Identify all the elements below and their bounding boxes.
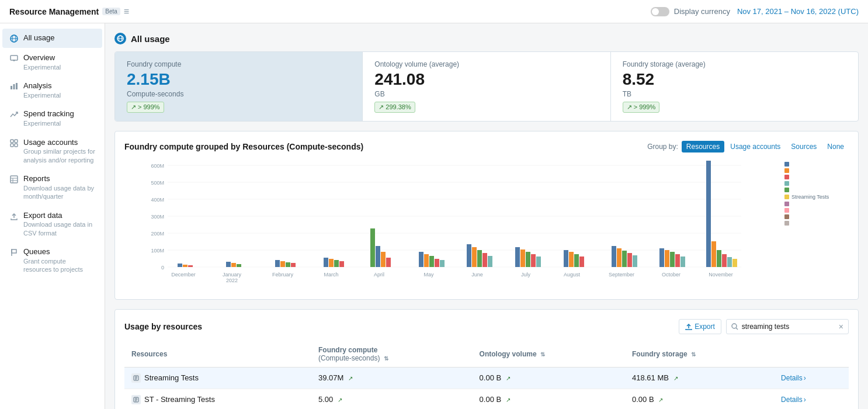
- table-head: Resources Foundry compute (Compute-secon…: [124, 341, 849, 368]
- svg-rect-55: [424, 254, 429, 267]
- sidebar-item-reports[interactable]: Reports Download usage data by month/qua…: [2, 169, 102, 205]
- group-by-sources[interactable]: Sources: [786, 141, 821, 152]
- resource-icon-streaming: [131, 373, 141, 383]
- sidebar-text-all-usage: All usage: [23, 33, 54, 43]
- svg-text:300M: 300M: [151, 214, 164, 220]
- table-row: ST - Streaming Tests 5.00 ↗ 0.00 B ↗: [124, 389, 849, 409]
- trend-icon-storage-2: ↗: [658, 397, 663, 403]
- export-button[interactable]: Export: [679, 319, 721, 334]
- svg-rect-11: [11, 144, 13, 147]
- currency-toggle-switch[interactable]: [651, 7, 669, 16]
- col-header-foundry-storage: Foundry storage ⇅: [625, 341, 774, 368]
- svg-text:600M: 600M: [151, 163, 164, 169]
- sidebar-label-reports: Reports: [23, 174, 95, 184]
- svg-text:500M: 500M: [151, 180, 164, 186]
- sidebar-item-usage-accounts[interactable]: Usage accounts Group similar projects fo…: [2, 133, 102, 169]
- svg-rect-53: [386, 258, 391, 267]
- table-title: Usage by resources: [124, 322, 202, 331]
- group-by-resources[interactable]: Resources: [682, 141, 724, 152]
- sidebar-item-all-usage[interactable]: All usage: [2, 29, 102, 48]
- date-range[interactable]: Nov 17, 2021 – Nov 16, 2022 (UTC): [737, 7, 859, 16]
- details-link-streaming[interactable]: Details ›: [781, 374, 842, 382]
- legend-item-7: [784, 202, 849, 206]
- sidebar-text-export-data: Export data Download usage data in CSV f…: [23, 211, 95, 237]
- svg-text:August: August: [564, 272, 581, 278]
- legend-color-9: [784, 214, 789, 219]
- col-header-ontology-volume: Ontology volume ⇅: [473, 341, 625, 368]
- legend-color-streaming: [784, 195, 789, 199]
- group-by-none[interactable]: None: [822, 141, 849, 152]
- svg-text:July: July: [521, 272, 531, 278]
- legend-item-9: [784, 214, 849, 219]
- legend-item-4: [784, 181, 849, 186]
- search-icon: [731, 323, 738, 330]
- table-header: Usage by resources Export ×: [124, 319, 849, 334]
- sort-foundry-compute[interactable]: ⇅: [384, 355, 388, 362]
- col-header-actions: [774, 341, 849, 368]
- group-by-usage-accounts[interactable]: Usage accounts: [725, 141, 785, 152]
- svg-rect-10: [15, 140, 18, 143]
- app-title: Resource Management: [9, 7, 99, 16]
- legend-color-7: [784, 202, 789, 206]
- legend-item-2: [784, 168, 849, 173]
- svg-rect-43: [280, 261, 285, 267]
- search-input[interactable]: [742, 323, 835, 331]
- legend-item-3: [784, 175, 849, 179]
- svg-rect-59: [467, 244, 471, 267]
- ontology-cell-st: 0.00 B ↗: [473, 389, 625, 409]
- sidebar-item-queues[interactable]: Queues Grant compute resources to projec…: [2, 242, 102, 278]
- sidebar-label-analysis: Analysis: [23, 81, 61, 91]
- svg-rect-75: [622, 251, 627, 267]
- svg-rect-81: [675, 254, 680, 267]
- svg-text:June: June: [471, 272, 483, 278]
- col-header-foundry-compute: Foundry compute (Compute-seconds) ⇅: [311, 341, 473, 368]
- svg-rect-13: [11, 176, 18, 183]
- chevron-right-icon-2: ›: [804, 396, 806, 404]
- svg-rect-50: [370, 228, 375, 267]
- svg-rect-72: [579, 257, 584, 267]
- svg-rect-64: [515, 247, 520, 267]
- resource-name-st: ST - Streaming Tests: [144, 395, 215, 404]
- trend-icon-compute-2: ↗: [338, 397, 342, 403]
- chart-inner: 600M 500M 400M 300M 200M 100M 0: [124, 160, 780, 290]
- svg-rect-7: [13, 84, 15, 89]
- menu-icon[interactable]: ≡: [124, 6, 129, 17]
- section-globe-icon: [114, 33, 126, 44]
- chart-legend: Streaming Tests: [784, 160, 849, 290]
- svg-text:2022: 2022: [226, 278, 238, 283]
- sidebar-label-overview: Overview: [23, 53, 61, 63]
- search-clear-icon[interactable]: ×: [839, 322, 843, 331]
- stat-value-foundry-compute: 2.15B: [127, 71, 350, 89]
- sort-ontology-volume[interactable]: ⇅: [540, 351, 545, 358]
- sort-foundry-storage[interactable]: ⇅: [691, 351, 696, 358]
- beta-badge: Beta: [102, 8, 120, 15]
- stat-unit-ontology-volume: GB: [374, 90, 598, 98]
- legend-item-streaming-tests: Streaming Tests: [784, 194, 849, 200]
- trend-icon-storage-1: ↗: [673, 375, 678, 382]
- sidebar-sublabel-spend-tracking: Experimental: [23, 119, 74, 127]
- svg-rect-56: [429, 256, 434, 267]
- chart-title: Foundry compute grouped by Resources (Co…: [124, 142, 363, 151]
- stat-unit-foundry-storage: TB: [623, 90, 846, 98]
- stat-unit-foundry-compute: Compute-seconds: [127, 90, 350, 98]
- svg-rect-60: [472, 247, 477, 267]
- stat-label-ontology-volume: Ontology volume (average): [374, 60, 598, 68]
- stat-card-foundry-storage: Foundry storage (average) 8.52 TB ↗ > 99…: [611, 52, 858, 121]
- svg-rect-58: [440, 260, 445, 267]
- details-link-st[interactable]: Details ›: [781, 396, 842, 404]
- stat-badge-ontology-volume: ↗ 299.38%: [374, 102, 415, 113]
- sidebar-item-export-data[interactable]: Export data Download usage data in CSV f…: [2, 206, 102, 242]
- table-icon: [9, 175, 19, 184]
- legend-color-4: [784, 181, 789, 186]
- sidebar-text-spend-tracking: Spend tracking Experimental: [23, 109, 74, 127]
- sidebar-item-overview[interactable]: Overview Experimental: [2, 48, 102, 76]
- sidebar-item-spend-tracking[interactable]: Spend tracking Experimental: [2, 105, 102, 132]
- sidebar-item-analysis[interactable]: Analysis Experimental: [2, 77, 102, 104]
- sidebar-label-spend-tracking: Spend tracking: [23, 109, 74, 119]
- legend-color-5: [784, 188, 789, 192]
- ontology-cell-streaming: 0.00 B ↗: [473, 367, 625, 389]
- compute-cell-st: 5.00 ↗: [311, 389, 473, 409]
- svg-rect-38: [188, 265, 193, 267]
- globe-icon: [9, 34, 19, 43]
- main-layout: All usage Overview Experimental Analysis…: [0, 23, 868, 409]
